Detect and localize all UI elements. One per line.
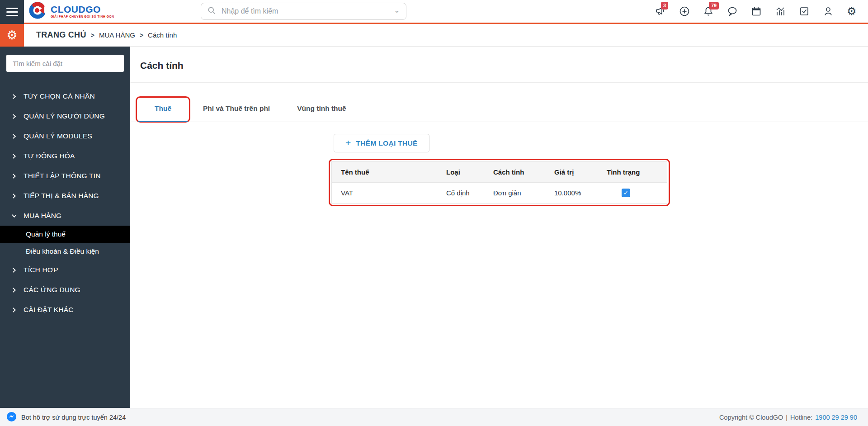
tab-label: Vùng tính thuế — [297, 104, 346, 112]
sidebar-item-label: TÙY CHỌN CÁ NHÂN — [24, 92, 95, 100]
sidebar-item-label: QUẢN LÝ NGƯỜI DÙNG — [24, 112, 105, 120]
sidebar-subitem-quan-ly-thue[interactable]: Quản lý thuế — [0, 226, 130, 243]
sidebar-item-cac-ung-dung[interactable]: CÁC ỨNG DỤNG — [0, 280, 130, 300]
chevron-right-icon — [12, 94, 17, 99]
hotline-label: Hotline: — [790, 414, 812, 421]
breadcrumb-mua-hang[interactable]: MUA HÀNG — [99, 31, 135, 39]
add-tax-type-label: THÊM LOẠI THUẾ — [356, 139, 418, 147]
notifications-badge: 79 — [709, 2, 719, 9]
topbar-icon-group: 3 79 — [655, 6, 868, 17]
cell-tax-type: Cố định — [446, 183, 493, 204]
cell-tax-value: 10.000% — [554, 183, 607, 204]
notifications-button[interactable]: 79 — [703, 6, 714, 17]
announcements-badge: 3 — [661, 2, 668, 9]
user-profile-button[interactable] — [823, 6, 834, 17]
sidebar-item-mua-hang[interactable]: MUA HÀNG — [0, 206, 130, 226]
col-header-ten-thue: Tên thuế — [332, 162, 446, 183]
chevron-right-icon — [12, 307, 17, 313]
chevron-right-icon — [12, 287, 17, 293]
breadcrumb-bar: ⚙ TRANG CHỦ > MUA HÀNG > Cách tính — [0, 24, 868, 47]
plus-icon: + — [345, 138, 351, 147]
footer-divider: | — [786, 414, 788, 421]
hamburger-menu-button[interactable] — [0, 0, 24, 24]
tax-table: Tên thuế Loại Cách tính Giá trị Tình trạ… — [332, 162, 667, 203]
sidebar-item-cai-dat-khac[interactable]: CÀI ĐẶT KHÁC — [0, 300, 130, 320]
tab-bar: Thuế Phí và Thuế trên phí Vùng tính thuế — [130, 95, 868, 122]
plus-circle-icon — [679, 6, 690, 17]
sidebar-item-label: TÍCH HỢP — [24, 266, 58, 274]
breadcrumb-separator: > — [140, 32, 143, 39]
person-icon — [823, 6, 834, 17]
search-dropdown-chevron-icon[interactable]: ⌄ — [394, 6, 400, 14]
global-search[interactable]: ⌄ — [201, 3, 406, 20]
check-icon: ✓ — [623, 189, 628, 196]
breadcrumb-home[interactable]: TRANG CHỦ — [36, 30, 86, 40]
breadcrumb-separator: > — [91, 32, 94, 39]
search-icon — [207, 6, 216, 17]
sidebar-search-input[interactable] — [12, 59, 118, 68]
col-header-cach-tinh: Cách tính — [493, 162, 554, 183]
annotation-highlight-box: Tên thuế Loại Cách tính Giá trị Tình trạ… — [329, 159, 670, 206]
check-square-icon — [799, 6, 810, 17]
col-header-tinh-trang: Tình trạng — [607, 162, 667, 183]
sidebar-item-tuy-chon-ca-nhan[interactable]: TÙY CHỌN CÁ NHÂN — [0, 86, 130, 106]
tab-label: Thuế — [155, 104, 171, 112]
table-row: VAT Cố định Đơn giản 10.000% ✓ — [332, 183, 667, 204]
sidebar-item-quan-ly-nguoi-dung[interactable]: QUẢN LÝ NGƯỜI DÙNG — [0, 106, 130, 126]
support-bot-text[interactable]: Bot hỗ trợ sử dụng trực tuyến 24/24 — [21, 414, 126, 421]
tab-thue[interactable]: Thuế — [137, 95, 189, 122]
cell-tax-name: VAT — [332, 183, 446, 204]
settings-gear-button[interactable]: ⚙ — [0, 24, 24, 47]
cell-tax-method: Đơn giản — [493, 183, 554, 204]
sidebar-item-label: QUẢN LÝ MODULES — [24, 132, 92, 140]
add-tax-type-button[interactable]: + THÊM LOẠI THUẾ — [334, 134, 429, 152]
sidebar-item-label: CÁC ỨNG DỤNG — [24, 286, 80, 294]
cloudgo-logo-icon — [28, 1, 47, 22]
table-header-row: Tên thuế Loại Cách tính Giá trị Tình trạ… — [332, 162, 667, 183]
settings-sidebar: TÙY CHỌN CÁ NHÂN QUẢN LÝ NGƯỜI DÙNG QUẢN… — [0, 47, 130, 408]
tasks-button[interactable] — [799, 6, 810, 17]
tab-vung-tinh-thue[interactable]: Vùng tính thuế — [283, 95, 359, 122]
sidebar-item-thiet-lap-thong-tin[interactable]: THIẾT LẬP THÔNG TIN — [0, 166, 130, 186]
calendar-icon — [751, 6, 762, 17]
chevron-right-icon — [12, 193, 17, 199]
sidebar-item-label: MUA HÀNG — [24, 212, 61, 220]
sidebar-subitem-dieu-khoan-dieu-kien[interactable]: Điều khoản & Điều kiện — [0, 243, 130, 260]
hotline-number[interactable]: 1900 29 29 90 — [815, 414, 857, 421]
chat-bubble-icon — [727, 6, 738, 17]
tab-label: Phí và Thuế trên phí — [203, 104, 270, 112]
sidebar-item-label: CÀI ĐẶT KHÁC — [24, 306, 74, 314]
top-bar: CLOUDGO GIẢI PHÁP CHUYỂN ĐỔI SỐ TINH GỌN… — [0, 0, 868, 24]
messenger-icon[interactable] — [6, 412, 17, 423]
reports-button[interactable] — [775, 6, 786, 17]
global-search-input[interactable] — [221, 7, 394, 16]
gear-icon: ⚙ — [6, 28, 17, 43]
sidebar-item-label: TIẾP THỊ & BÁN HÀNG — [24, 192, 99, 200]
sidebar-item-tiep-thi-ban-hang[interactable]: TIẾP THỊ & BÁN HÀNG — [0, 186, 130, 206]
logo-name: CLOUDGO — [51, 5, 114, 14]
announcements-button[interactable]: 3 — [655, 6, 666, 17]
analytics-chart-icon — [775, 6, 786, 17]
sidebar-item-label: THIẾT LẬP THÔNG TIN — [24, 172, 101, 180]
calendar-button[interactable] — [751, 6, 762, 17]
chevron-right-icon — [12, 114, 17, 119]
chevron-down-icon — [11, 213, 17, 218]
chevron-right-icon — [12, 173, 17, 179]
gear-icon: ⚙ — [847, 5, 857, 17]
footer: Bot hỗ trợ sử dụng trực tuyến 24/24 Copy… — [0, 408, 868, 426]
status-checkbox[interactable]: ✓ — [622, 189, 630, 197]
tab-phi-va-thue-tren-phi[interactable]: Phí và Thuế trên phí — [189, 95, 283, 122]
quick-add-button[interactable] — [679, 6, 690, 17]
cloudgo-logo[interactable]: CLOUDGO GIẢI PHÁP CHUYỂN ĐỔI SỐ TINH GỌN — [28, 1, 117, 22]
main-content: Cách tính Thuế Phí và Thuế trên phí Vùng… — [130, 47, 868, 408]
sidebar-item-quan-ly-modules[interactable]: QUẢN LÝ MODULES — [0, 126, 130, 146]
breadcrumb: TRANG CHỦ > MUA HÀNG > Cách tính — [36, 30, 177, 40]
messages-button[interactable] — [727, 6, 738, 17]
chevron-right-icon — [12, 153, 17, 159]
sidebar-item-tu-dong-hoa[interactable]: TỰ ĐỘNG HÓA — [0, 146, 130, 166]
copyright-text: Copyright © CloudGO — [719, 414, 783, 421]
sidebar-item-tich-hop[interactable]: TÍCH HỢP — [0, 260, 130, 280]
sidebar-item-label: TỰ ĐỘNG HÓA — [24, 152, 75, 160]
sidebar-search[interactable] — [6, 55, 124, 72]
settings-button[interactable]: ⚙ — [847, 6, 858, 17]
